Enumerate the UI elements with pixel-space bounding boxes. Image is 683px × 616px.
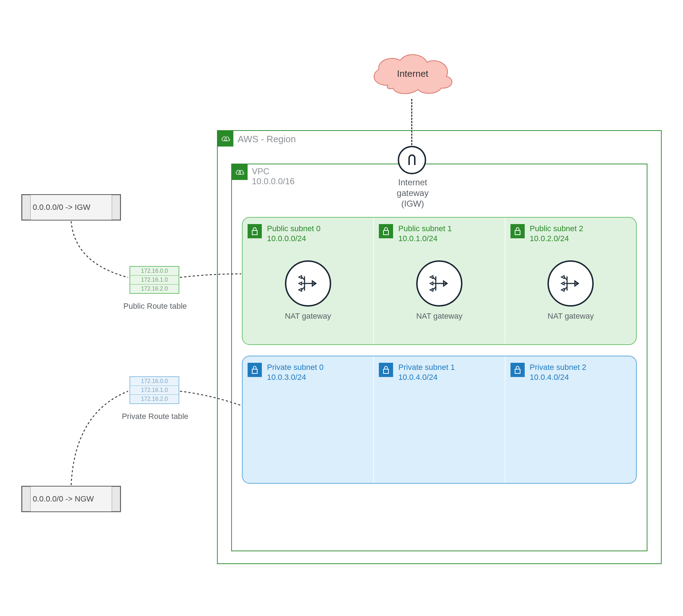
- nat-gateway-icon: [547, 260, 594, 307]
- subnet-lock-icon: [248, 363, 262, 377]
- igw-route-text: 0.0.0.0/0 -> IGW: [33, 203, 90, 212]
- nat-gateway-2: NAT gateway: [547, 260, 594, 321]
- subnet-name: Public subnet 1: [398, 224, 452, 233]
- svg-rect-0: [224, 139, 227, 140]
- nat-gateway-icon: [416, 260, 462, 307]
- igw-default-route-box: 0.0.0.0/0 -> IGW: [21, 194, 121, 221]
- svg-rect-33: [383, 369, 388, 373]
- subnet-name: Public subnet 2: [530, 224, 583, 233]
- svg-marker-18: [430, 288, 433, 291]
- svg-marker-16: [430, 276, 433, 278]
- subnet-cidr: 10.0.1.0/24: [398, 234, 452, 243]
- internet-gateway-icon: [398, 146, 426, 174]
- subnet-lock-icon: [510, 363, 525, 377]
- igw-label: Internet gateway (IGW): [374, 177, 452, 209]
- cloud-lock-icon: [235, 169, 245, 176]
- subnet-cidr: 10.0.4.0/24: [398, 373, 455, 382]
- private-subnet-1: Private subnet 1 10.0.4.0/24: [374, 356, 505, 483]
- nat-label: NAT gateway: [285, 312, 331, 321]
- subnet-lock-icon: [379, 363, 393, 377]
- nat-label: NAT gateway: [547, 312, 594, 321]
- public-subnet-2: Public subnet 2 10.0.2.0/24 NAT gateway: [505, 218, 636, 344]
- svg-rect-1: [239, 172, 241, 174]
- rt-row: 172.16.1.0: [130, 386, 179, 395]
- subnet-name: Private subnet 2: [530, 363, 586, 372]
- private-subnet-0: Private subnet 0 10.0.3.0/24: [243, 356, 374, 483]
- connector-ngwbox-privatert: [71, 391, 128, 485]
- ngw-default-route-box: 0.0.0.0/0 -> NGW: [21, 486, 121, 512]
- subnet-cidr: 10.0.4.0/24: [530, 373, 586, 382]
- svg-rect-32: [252, 369, 257, 373]
- public-route-table-icon: 172.16.0.0 172.16.1.0 172.16.2.0: [129, 266, 179, 294]
- vpc-badge: [232, 164, 248, 180]
- internet-cloud: Internet: [366, 50, 459, 100]
- svg-marker-26: [561, 276, 564, 278]
- svg-marker-27: [561, 282, 564, 285]
- subnet-lock-icon: [510, 224, 525, 238]
- subnet-lock-icon: [248, 224, 262, 238]
- ngw-route-text: 0.0.0.0/0 -> NGW: [33, 494, 94, 504]
- svg-marker-7: [299, 282, 302, 285]
- nat-label: NAT gateway: [416, 312, 462, 321]
- private-subnet-group: Private subnet 0 10.0.3.0/24 Private sub…: [242, 356, 637, 484]
- subnet-name: Private subnet 1: [398, 363, 455, 372]
- subnet-cidr: 10.0.3.0/24: [267, 373, 323, 382]
- svg-marker-28: [561, 288, 564, 291]
- svg-marker-8: [299, 288, 302, 291]
- private-route-table-icon: 172.16.0.0 172.16.1.0 172.16.2.0: [129, 376, 179, 404]
- igw-glyph-icon: [404, 152, 420, 168]
- private-route-table-label: Private Route table: [109, 412, 201, 421]
- public-subnet-group: Public subnet 0 10.0.0.0/24 NAT gateway …: [242, 217, 637, 345]
- nat-gateway-1: NAT gateway: [416, 260, 462, 321]
- public-subnet-1: Public subnet 1 10.0.1.0/24 NAT gateway: [374, 218, 505, 344]
- svg-rect-2: [252, 230, 257, 235]
- subnet-name: Private subnet 0: [267, 363, 323, 372]
- svg-marker-17: [430, 282, 433, 285]
- internet-label: Internet: [397, 68, 428, 79]
- svg-rect-12: [383, 230, 388, 235]
- subnet-cidr: 10.0.2.0/24: [530, 234, 583, 243]
- rt-row: 172.16.0.0: [130, 377, 179, 386]
- diagram-canvas: Internet AWS - Region VPC 10.0.0.0/16: [18, 36, 665, 605]
- vpc-title: VPC: [252, 166, 269, 176]
- svg-marker-6: [299, 276, 302, 278]
- svg-rect-22: [515, 230, 520, 235]
- rt-row: 172.16.1.0: [130, 276, 179, 285]
- cloud-icon: [221, 135, 231, 142]
- nat-gateway-icon: [285, 260, 331, 307]
- rt-row: 172.16.2.0: [130, 395, 179, 403]
- subnet-cidr: 10.0.0.0/24: [267, 234, 320, 243]
- rt-row: 172.16.0.0: [130, 267, 179, 276]
- subnet-lock-icon: [379, 224, 393, 238]
- subnet-name: Public subnet 0: [267, 224, 320, 233]
- nat-gateway-0: NAT gateway: [285, 260, 331, 321]
- public-route-table-label: Public Route table: [109, 302, 201, 311]
- private-subnet-2: Private subnet 2 10.0.4.0/24: [505, 356, 636, 483]
- region-title: AWS - Region: [238, 134, 296, 145]
- rt-row: 172.16.2.0: [130, 285, 179, 293]
- region-badge: [218, 131, 233, 147]
- public-subnet-0: Public subnet 0 10.0.0.0/24 NAT gateway: [243, 218, 374, 344]
- connector-igwbox-publicrt: [71, 221, 128, 277]
- svg-rect-34: [515, 369, 520, 373]
- vpc-cidr: 10.0.0.0/16: [252, 176, 295, 186]
